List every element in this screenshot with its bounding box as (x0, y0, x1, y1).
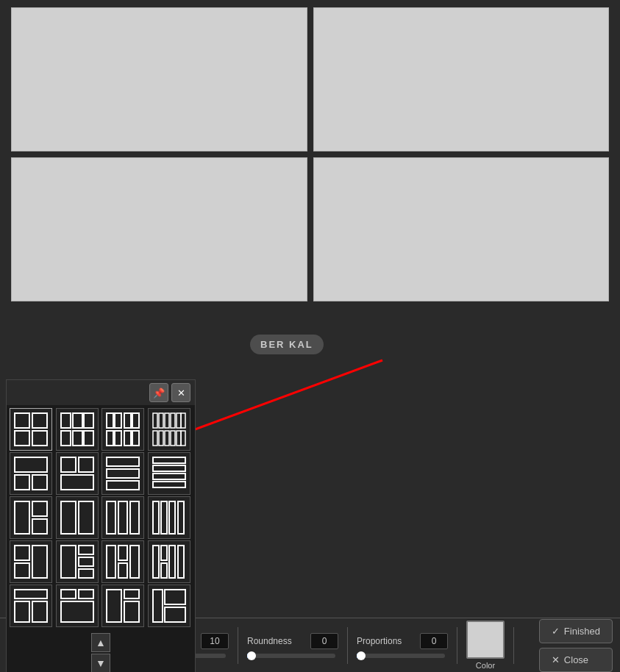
svg-rect-81 (124, 590, 139, 598)
scroll-up-button[interactable]: ▲ (91, 633, 110, 652)
svg-rect-60 (32, 546, 47, 578)
svg-rect-49 (61, 501, 76, 534)
svg-rect-11 (73, 431, 82, 446)
svg-rect-18 (115, 431, 121, 446)
close-popup-button[interactable]: ✕ (171, 383, 190, 402)
svg-rect-20 (132, 431, 139, 446)
svg-rect-45 (153, 482, 185, 487)
svg-rect-61 (61, 546, 76, 578)
roundness-group: Roundness (247, 633, 338, 658)
layout-item-13[interactable] (10, 540, 52, 583)
layout-item-5[interactable] (10, 452, 52, 495)
finished-button[interactable]: ✓ Finished (539, 619, 613, 643)
layout-item-2[interactable] (56, 408, 99, 451)
layout-item-8[interactable] (148, 452, 190, 495)
svg-rect-79 (61, 601, 93, 622)
svg-rect-30 (171, 431, 175, 446)
collage-grid (11, 7, 609, 301)
svg-rect-23 (165, 413, 169, 428)
layout-item-17[interactable] (10, 585, 52, 627)
layout-item-12[interactable] (148, 496, 190, 539)
proportions-track[interactable] (357, 654, 445, 658)
svg-rect-82 (124, 601, 139, 622)
svg-rect-52 (118, 501, 127, 534)
svg-rect-31 (177, 431, 181, 446)
scroll-arrows: ▲ ▼ (7, 630, 195, 672)
layout-item-16[interactable] (148, 540, 190, 583)
svg-rect-13 (107, 413, 113, 428)
collage-cell-2[interactable] (313, 7, 610, 151)
svg-rect-12 (84, 431, 93, 446)
layout-item-10[interactable] (56, 496, 99, 539)
pin-button[interactable]: 📌 (149, 383, 168, 402)
svg-rect-19 (124, 431, 131, 446)
svg-rect-59 (15, 563, 29, 578)
svg-rect-5 (15, 431, 29, 446)
svg-rect-40 (107, 469, 139, 478)
roundness-thumb[interactable] (247, 651, 256, 660)
svg-rect-64 (79, 569, 93, 578)
svg-rect-72 (169, 546, 175, 578)
svg-rect-48 (32, 519, 47, 534)
svg-rect-70 (161, 546, 167, 560)
scroll-down-button[interactable]: ▼ (91, 654, 110, 672)
svg-rect-7 (61, 413, 71, 428)
svg-rect-10 (61, 431, 71, 446)
layout-item-1[interactable] (10, 408, 52, 451)
layout-item-4[interactable] (148, 408, 190, 451)
close-button[interactable]: ✕ Close (539, 648, 613, 672)
divider-3 (347, 627, 348, 664)
svg-rect-71 (161, 563, 167, 578)
svg-rect-65 (107, 546, 115, 578)
svg-rect-32 (181, 431, 185, 446)
svg-rect-68 (130, 546, 139, 578)
close-label: Close (564, 654, 588, 665)
canvas-area: BER KAL 📌 ✕ (0, 0, 620, 618)
svg-rect-22 (159, 413, 163, 428)
x-icon: ✕ (552, 654, 560, 665)
collage-cell-3[interactable] (11, 157, 307, 301)
svg-rect-36 (61, 457, 76, 472)
svg-rect-74 (15, 590, 47, 598)
svg-rect-85 (165, 607, 185, 622)
svg-rect-21 (153, 413, 157, 428)
layout-item-3[interactable] (101, 408, 144, 451)
layout-item-7[interactable] (101, 452, 144, 495)
roundness-track[interactable] (247, 654, 335, 658)
svg-rect-28 (159, 431, 163, 446)
proportions-group: Proportions (357, 633, 448, 658)
svg-rect-56 (169, 501, 175, 534)
svg-rect-8 (73, 413, 82, 428)
svg-rect-80 (107, 590, 121, 622)
svg-rect-3 (15, 413, 29, 428)
svg-rect-39 (107, 457, 139, 466)
roundness-value[interactable] (310, 633, 338, 649)
action-group: ✓ Finished ✕ Close (539, 619, 613, 672)
svg-rect-47 (32, 501, 47, 516)
layout-item-14[interactable] (56, 540, 99, 583)
svg-rect-24 (171, 413, 175, 428)
svg-rect-51 (107, 501, 115, 534)
proportions-value[interactable] (420, 633, 448, 649)
color-swatch[interactable] (466, 621, 505, 659)
svg-rect-42 (153, 457, 185, 463)
finished-label: Finished (564, 626, 600, 637)
collage-cell-4[interactable] (313, 157, 610, 301)
layout-popup: 📌 ✕ (6, 379, 196, 672)
layout-item-20[interactable] (148, 585, 190, 627)
popup-toolbar: 📌 ✕ (7, 380, 195, 405)
svg-rect-38 (61, 475, 93, 490)
layout-item-15[interactable] (101, 540, 144, 583)
layout-grid (7, 405, 195, 630)
layout-item-18[interactable] (56, 585, 99, 627)
proportions-thumb[interactable] (357, 651, 366, 660)
svg-rect-27 (153, 431, 157, 446)
collage-cell-1[interactable] (11, 7, 307, 151)
layout-item-19[interactable] (101, 585, 144, 627)
spacing-value[interactable] (201, 633, 229, 649)
svg-rect-35 (32, 475, 47, 490)
layout-item-6[interactable] (56, 452, 99, 495)
layout-item-11[interactable] (101, 496, 144, 539)
svg-rect-46 (15, 501, 29, 534)
layout-item-9[interactable] (10, 496, 52, 539)
